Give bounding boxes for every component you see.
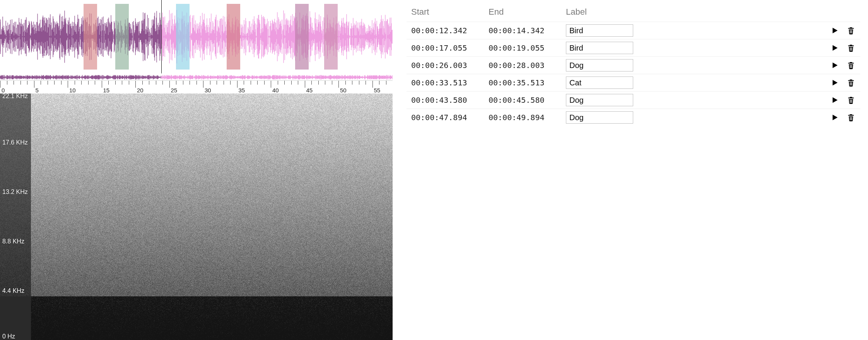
ruler-tick-minor — [311, 81, 312, 85]
ruler-label: 45 — [306, 87, 313, 94]
ruler-tick-minor — [108, 81, 109, 85]
cell-end: 00:00:49.894 — [489, 113, 566, 122]
ruler-tick-minor — [284, 81, 285, 85]
minimap-canvas[interactable] — [0, 74, 393, 80]
trash-icon[interactable] — [846, 43, 856, 53]
ruler-label: 10 — [69, 87, 76, 94]
ruler-tick-major — [203, 81, 203, 88]
ruler-tick-major — [0, 81, 0, 88]
trash-icon[interactable] — [846, 95, 856, 105]
ruler-label: 5 — [36, 87, 39, 94]
ruler-tick-minor — [332, 81, 332, 85]
ruler-label: 25 — [171, 87, 178, 94]
ruler-tick-minor — [88, 81, 89, 85]
ruler-tick-minor — [217, 81, 217, 85]
ruler-tick-minor — [257, 81, 258, 85]
cell-end: 00:00:35.513 — [489, 78, 566, 87]
annotation-row: 00:00:12.34200:00:14.342 — [407, 22, 860, 39]
ruler-tick-major — [135, 81, 136, 88]
ruler-tick-minor — [278, 81, 278, 85]
header-label: Label — [566, 7, 643, 17]
waveform-panel[interactable] — [0, 0, 393, 73]
ruler-tick-minor — [129, 81, 129, 85]
ruler-tick-minor — [379, 81, 379, 85]
ruler-tick-minor — [386, 81, 386, 85]
label-input[interactable] — [566, 76, 633, 89]
ruler-tick-minor — [345, 81, 346, 85]
ruler-tick-major — [271, 81, 271, 88]
cell-end: 00:00:19.055 — [489, 43, 566, 53]
ruler-tick-minor — [122, 81, 122, 85]
cell-start: 00:00:47.894 — [411, 113, 489, 122]
annotation-row: 00:00:47.89400:00:49.894 — [407, 109, 860, 126]
play-icon[interactable] — [830, 95, 839, 105]
play-icon[interactable] — [830, 43, 839, 53]
region-4[interactable] — [295, 4, 309, 70]
ruler-tick-major — [237, 81, 238, 88]
ruler-label: 20 — [137, 87, 144, 94]
ruler-tick-minor — [162, 81, 163, 85]
cell-end: 00:00:28.003 — [489, 61, 566, 70]
trash-icon[interactable] — [846, 78, 856, 87]
cell-start: 00:00:26.003 — [411, 61, 489, 70]
ruler-label: 55 — [374, 87, 381, 94]
region-2[interactable] — [176, 4, 190, 70]
region-1[interactable] — [115, 4, 129, 70]
ruler-tick-minor — [291, 81, 292, 85]
spectrogram-panel[interactable]: 22.1 KHz17.6 KHz13.2 KHz8.8 KHz4.4 KHz0 … — [0, 94, 393, 340]
ruler-tick-major — [34, 81, 34, 88]
ruler-tick-minor — [190, 81, 190, 85]
freq-label: 0 Hz — [2, 333, 15, 340]
ruler-tick-minor — [325, 81, 325, 85]
region-3[interactable] — [227, 4, 240, 70]
region-0[interactable] — [84, 4, 97, 70]
ruler-tick-minor — [54, 81, 55, 85]
ruler-tick-minor — [142, 81, 143, 85]
label-input[interactable] — [566, 59, 633, 71]
ruler-tick-minor — [7, 81, 7, 85]
play-icon[interactable] — [830, 61, 839, 70]
waveform-minimap[interactable] — [0, 74, 393, 80]
ruler-tick-minor — [156, 81, 156, 85]
ruler-tick-minor — [149, 81, 149, 85]
spectrogram-canvas[interactable] — [0, 94, 393, 340]
label-input[interactable] — [566, 24, 633, 37]
play-icon[interactable] — [830, 78, 839, 87]
ruler-tick-minor — [75, 81, 75, 85]
ruler-tick-minor — [359, 81, 359, 85]
ruler-tick-minor — [251, 81, 251, 85]
trash-icon[interactable] — [846, 113, 856, 122]
freq-label: 8.8 KHz — [2, 238, 24, 245]
play-icon[interactable] — [830, 113, 839, 122]
ruler-tick-major — [102, 81, 102, 88]
region-5[interactable] — [324, 4, 338, 70]
label-input[interactable] — [566, 111, 633, 124]
ruler-tick-minor — [27, 81, 27, 85]
audio-annotation-app: 0510152025303540455055 22.1 KHz17.6 KHz1… — [0, 0, 868, 340]
ruler-tick-minor — [230, 81, 231, 85]
ruler-tick-major — [68, 81, 68, 88]
header-end: End — [489, 7, 566, 17]
trash-icon[interactable] — [846, 61, 856, 70]
cell-start: 00:00:17.055 — [411, 43, 489, 53]
play-icon[interactable] — [830, 26, 839, 35]
ruler-label: 40 — [272, 87, 279, 94]
annotation-row: 00:00:43.58000:00:45.580 — [407, 91, 860, 109]
annotations-panel: Start End Label 00:00:12.34200:00:14.342… — [393, 0, 868, 340]
ruler-tick-minor — [61, 81, 62, 85]
label-input[interactable] — [566, 94, 633, 106]
ruler-tick-minor — [176, 81, 176, 85]
trash-icon[interactable] — [846, 26, 856, 35]
time-ruler[interactable]: 0510152025303540455055 — [0, 80, 393, 94]
ruler-tick-minor — [183, 81, 183, 85]
ruler-tick-minor — [244, 81, 244, 85]
ruler-tick-minor — [41, 81, 41, 85]
playhead-cursor[interactable] — [161, 0, 162, 73]
label-input[interactable] — [566, 42, 633, 54]
ruler-tick-minor — [298, 81, 298, 85]
ruler-label: 15 — [103, 87, 110, 94]
ruler-label: 35 — [239, 87, 245, 94]
ruler-tick-minor — [224, 81, 224, 85]
ruler-tick-minor — [210, 81, 210, 85]
ruler-tick-minor — [366, 81, 366, 85]
